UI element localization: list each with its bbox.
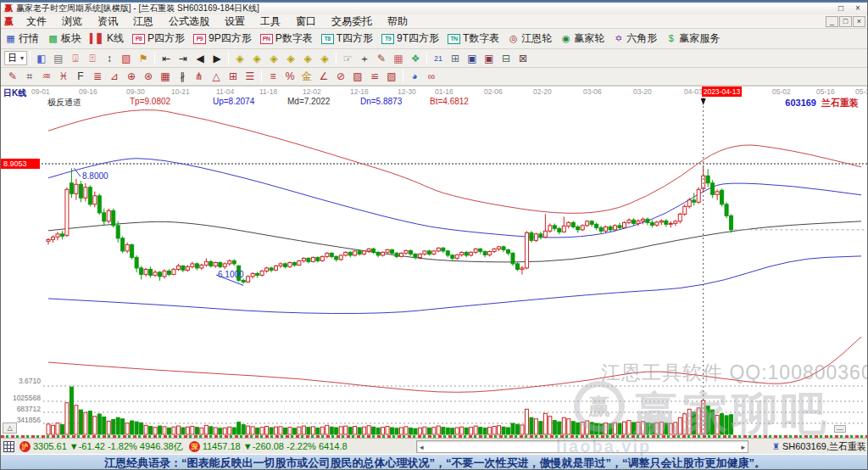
p-digit-label: P数字表 [275,31,313,46]
menu-item-窗口[interactable]: 窗口 [288,14,324,29]
draw-pitchfork-button[interactable]: ⋔ [191,69,208,84]
tool-cycle-diamond-5-button[interactable]: ◈ [299,51,316,66]
draw-square-grid-button[interactable]: ▦ [157,69,174,84]
mdi-close-button[interactable]: × [853,16,865,27]
shenzhen-index-icon[interactable]: 深 [189,441,200,452]
shanghai-index-quote[interactable]: 3305.61 ▼-61.42 -1.82% 4946.38亿 [33,440,183,453]
tool-export-button[interactable]: ⊟ [498,51,515,66]
draw-percent-lines-button[interactable]: % [281,69,298,84]
toolbar-winner-wheel-button[interactable]: ◉赢家轮 [556,30,609,48]
draw-mirror-tool-button[interactable]: ≌ [366,69,383,84]
expand-pane-button[interactable]: △ [3,422,17,434]
menu-item-工具[interactable]: 工具 [253,14,288,29]
tool-calculator-button[interactable]: ⊞ [447,51,464,66]
toolbar-t-digit-button[interactable]: TNT数字表 [443,30,504,48]
draw-parallel-channel-button[interactable]: ∦ [174,69,191,84]
tool-last-page-button[interactable]: ⇥ [175,51,192,66]
draw-fibonacci-button[interactable]: F [72,69,89,84]
tool-calendar-button[interactable]: 21 [430,51,447,66]
tool-flag-mark-button[interactable]: ⚑ [135,51,152,66]
toolbar-gann-wheel-button[interactable]: ◎江恩轮 [504,30,556,48]
toolbar-kline-button[interactable]: ▍▋K线 [86,30,128,48]
menu-item-设置[interactable]: 设置 [217,14,253,29]
collapse-pane-button[interactable]: — [834,425,846,433]
tool-pattern-tool-button[interactable]: ❖ [407,51,424,66]
tool-zoom-in-candles-button[interactable]: ⍐ [84,51,101,66]
draw-gann-grid-button[interactable]: ⌗ [21,69,38,84]
tool-next-bar-button[interactable]: ▶ [209,51,225,66]
t-square-label: T四方形 [337,31,373,46]
tool-region-select-button[interactable]: ▧ [118,51,135,66]
tool-window-layout-button[interactable]: ◧ [33,51,50,66]
shanghai-index-icon[interactable]: 沪 [19,441,31,452]
tool-cycle-diamond-6-button[interactable]: ◈ [316,51,333,66]
menu-item-交易委托[interactable]: 交易委托 [324,14,380,29]
draw-infinity-tool-button[interactable]: ∞ [423,69,440,84]
draw-box-grid-button[interactable]: ⊞ [225,69,242,84]
draw-arc-tool-button[interactable]: ⊘ [332,69,349,84]
tool-cycle-diamond-4-button[interactable]: ◈ [282,51,299,66]
tool-first-page-button[interactable]: ⇤ [158,51,175,66]
drawing-toolbar: ✎⌗♒♓F≣⊿⊕⊛▦∦⋔△⊞☰≡%金∠⊘▨≌▧◕∞ [1,68,868,86]
9p-square-icon: P9 [193,34,206,44]
toolbar-9p-square-button[interactable]: P99P四方形 [189,30,256,48]
shenzhen-index-quote[interactable]: 11457.18 ▼-260.08 -2.22% 6414.8 [203,441,348,451]
draw-horizontal-lines-button[interactable]: ≣ [89,69,106,84]
tool-save-as-button[interactable]: ▣ [481,51,498,66]
draw-cycle-circle-button[interactable]: ⊛ [140,69,157,84]
tool-print-button[interactable]: ⊠ [515,51,531,66]
menu-item-江恩[interactable]: 江恩 [125,14,161,29]
menu-item-浏览[interactable]: 浏览 [54,14,90,29]
tool-crosshair-button[interactable]: ＋ [356,51,373,66]
toolbar-p-digit-button[interactable]: PNP数字表 [256,30,317,48]
draw-speed-lines-button[interactable]: ☰ [242,69,259,84]
quote-grid-icon[interactable] [3,441,14,452]
indicator-name[interactable]: 极反通道 [47,97,81,109]
toolbar-winner-service-button[interactable]: $赢家服务 [661,30,724,48]
toolbar-sectors-button[interactable]: ▩板块 [43,30,86,48]
mdi-restore-button[interactable]: □ [839,16,852,27]
draw-wave-lines-button[interactable]: ♒ [38,69,55,84]
date-tick-05-30: 05-30 [855,87,868,96]
tool-annotate-button[interactable]: ✎ [373,51,390,66]
toolbar-quotes-button[interactable]: ▦行情 [1,30,43,48]
draw-price-levels-button[interactable]: ≡ [264,69,281,84]
tool-prev-bar-button[interactable]: ◀ [192,51,209,66]
tool-grid-tool-button[interactable]: ▦ [390,51,407,66]
draw-gann-circle-button[interactable]: ⊕ [123,69,140,84]
tool-cycle-diamond-2-button[interactable]: ◈ [248,51,265,66]
tool-cycle-diamond-3-button[interactable]: ◈ [265,51,282,66]
tool-scale-toggle-button[interactable]: ↕ [101,51,118,66]
tool-cycle-diamond-1-button[interactable]: ◈ [231,51,248,66]
mdi-minimize-button[interactable]: _ [826,16,838,27]
chart-scrollbar[interactable]: ◂ ▸ [416,440,748,453]
tool-zoom-out-candles-button[interactable]: ⍗ [67,51,84,66]
toolbar-9t-square-button[interactable]: T99T四方形 [377,30,443,48]
menu-item-公式选股[interactable]: 公式选股 [161,14,217,29]
menu-item-文件[interactable]: 文件 [19,14,54,29]
draw-pie-indicator-button[interactable]: ◕ [406,69,423,84]
draw-golden-section-button[interactable]: 金 [298,69,315,84]
scroll-right-arrow[interactable]: ▸ [741,443,745,451]
tool-save-button[interactable]: ▣ [464,51,481,66]
tool-pan-hand-button[interactable]: ☞ [339,51,356,66]
menu-item-帮助[interactable]: 帮助 [380,14,415,29]
kline-chart-panel[interactable]: 日K线 09-0109-1609-3010-2111-0411-1812-021… [1,86,868,435]
draw-gann-angle-button[interactable]: ∠ [315,69,332,84]
draw-draw-pen-button[interactable]: ✎ [4,69,21,84]
date-tick-04-03: 04-03 [684,87,703,96]
close-button[interactable]: × [850,3,865,14]
draw-angle-lines-button[interactable]: ♓ [55,69,72,84]
draw-triangle-tool-button[interactable]: ⊿ [106,69,123,84]
period-select[interactable]: 日 ▾ [4,51,27,65]
draw-triangle-up-button[interactable]: △ [208,69,225,84]
restore-button[interactable]: □ [833,3,849,14]
tool-quote-list-button[interactable]: ▤ [50,51,67,66]
toolbar-hexagon-button[interactable]: ✡六角形 [609,30,661,48]
draw-shade-tool-button[interactable]: ▨ [349,69,366,84]
toolbar-p-square-button[interactable]: P8P四方形 [128,30,189,48]
toolbar-t-square-button[interactable]: T8T四方形 [317,30,377,48]
draw-band-tool-button[interactable]: ▧ [383,69,400,84]
menu-item-资讯[interactable]: 资讯 [90,14,125,29]
scroll-left-arrow[interactable]: ◂ [420,443,424,451]
